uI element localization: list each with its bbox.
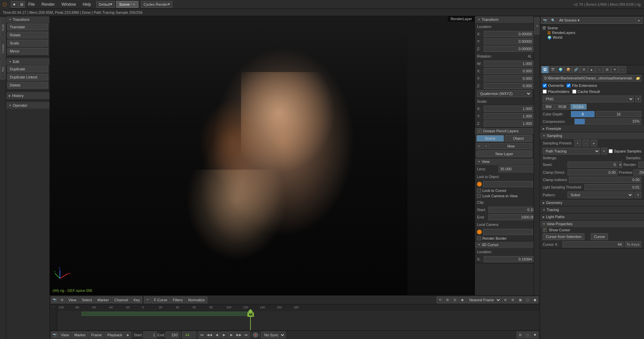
duplicate-btn[interactable]: Duplicate — [7, 66, 48, 72]
props-constraints-icon[interactable]: 🔗 — [572, 66, 580, 73]
tl-right-icon-2[interactable]: ◻ — [524, 332, 531, 338]
tl-icon-r9[interactable]: ◼ — [532, 297, 538, 303]
transform-header[interactable]: ▼ Transform — [6, 16, 49, 23]
gp-section-header[interactable]: Grease Pencil Layers — [475, 128, 534, 134]
tl-camera-icon[interactable]: 📷 — [51, 297, 58, 303]
rotate-btn[interactable]: Rotate — [7, 32, 48, 38]
sp-arrow-icon[interactable]: ▸ — [590, 140, 597, 146]
clamp-indirect-input[interactable] — [569, 177, 641, 183]
current-frame-display[interactable]: 44 — [182, 332, 196, 338]
seed-input[interactable] — [568, 162, 617, 168]
translate-btn[interactable]: Translate — [7, 24, 48, 30]
scene-tab[interactable]: Scene + ✕ — [116, 1, 138, 8]
sampling-header[interactable]: ▼ Sampling — [540, 132, 644, 139]
quaternion-select[interactable]: Quaternion (WXYZ) — [477, 90, 532, 97]
menu-help[interactable]: Help — [79, 1, 94, 7]
scale-x-input[interactable] — [484, 106, 534, 112]
pattern-select[interactable]: Sobol — [568, 192, 633, 198]
view-section-header[interactable]: ▼ View — [475, 158, 534, 165]
mirror-btn[interactable]: Mirror — [7, 48, 48, 55]
tab-tools[interactable]: Tools — [0, 18, 6, 38]
scale-btn[interactable]: Scale — [7, 40, 48, 46]
edit-header[interactable]: ▼ Edit — [6, 58, 49, 65]
rot-y-input[interactable] — [484, 75, 534, 81]
operator-header[interactable]: ▼ Operator — [6, 102, 49, 109]
playback-icon[interactable]: ▶ — [125, 332, 131, 338]
tl-bottom-playback[interactable]: Playback — [105, 332, 125, 338]
tl-right-icon-3[interactable]: ✱ — [532, 332, 538, 338]
view-props-header[interactable]: ▼ View Properties — [540, 221, 644, 227]
sp-remove-icon[interactable]: - — [582, 140, 589, 146]
tab-create[interactable]: Create — [0, 38, 6, 59]
gp-edit-icon[interactable]: ✏ — [476, 143, 482, 149]
loc-x-input[interactable] — [484, 31, 534, 37]
render-engine-select[interactable]: Cycles Render ▾ — [141, 1, 172, 8]
duplicate-linked-btn[interactable]: Duplicate Linked — [7, 74, 48, 80]
menu-window[interactable]: Window — [58, 1, 79, 7]
tl-prev-key[interactable]: ◀◀ — [206, 332, 213, 338]
tl-icon-r4[interactable]: ◉ — [459, 297, 466, 303]
clamp-direct-input[interactable] — [568, 169, 617, 175]
pt-dropdown[interactable]: ▾ — [601, 148, 607, 155]
tl-next-frame[interactable]: ▶ — [228, 332, 235, 338]
tl-bottom-frame[interactable]: Frame — [89, 332, 104, 338]
compression-bar[interactable]: 15% — [574, 118, 641, 125]
cursor-section-header[interactable]: ▼ 3D Cursor — [475, 241, 534, 248]
tl-prev-frame[interactable]: ◀ — [213, 332, 220, 338]
outliner-render-layers[interactable]: 🖼 RenderLayers — [541, 30, 643, 35]
tl-right-icon-1[interactable]: ⊞ — [517, 332, 523, 338]
cursor-from-selection-btn[interactable]: Cursor from Selection — [543, 233, 584, 240]
render-samples-input[interactable] — [638, 162, 644, 168]
tl-channel-btn[interactable]: Channel — [112, 297, 130, 303]
rgba-btn[interactable]: RGBA — [570, 104, 587, 110]
tl-next-key[interactable]: ▶▶ — [236, 332, 242, 338]
tl-view-btn[interactable]: View — [66, 297, 79, 303]
cursor-btn[interactable]: Cursor — [591, 233, 608, 240]
tl-key-btn[interactable]: Key — [131, 297, 142, 303]
geometry-section[interactable]: ▶ Geometry — [540, 199, 644, 206]
light-paths-section[interactable]: ▶ Light Paths — [540, 213, 644, 221]
tl-fcurve-icon[interactable]: 〜 — [144, 297, 151, 303]
rot-z-input[interactable] — [484, 83, 534, 89]
seed-random-btn[interactable]: ⊕ — [619, 161, 622, 168]
tl-play[interactable]: ▶ — [221, 332, 228, 338]
record-btn[interactable]: ● — [253, 332, 258, 338]
history-header[interactable]: ▶ History — [6, 92, 49, 99]
tl-icon-r2[interactable]: ⊞ — [444, 297, 451, 303]
overwrite-cb[interactable] — [543, 83, 547, 88]
rpt-item-1[interactable]: N — [534, 18, 540, 34]
gp-add-icon[interactable]: + — [483, 143, 489, 149]
loc-z-input[interactable] — [484, 46, 534, 52]
preview-samples-input[interactable] — [634, 169, 644, 175]
rgb-btn[interactable]: RGB — [555, 104, 570, 110]
props-scene-icon[interactable]: 🎬 — [549, 66, 556, 73]
sp-add-icon[interactable]: + — [574, 140, 581, 146]
tl-icon-r7[interactable]: ▣ — [517, 297, 523, 303]
tl-jump-end[interactable]: ⏭ — [243, 332, 250, 338]
show-cursor-cb[interactable] — [543, 228, 547, 232]
frp-filter-icon[interactable]: ▸ — [635, 17, 643, 24]
path-tracing-select[interactable]: Path Tracing — [543, 148, 600, 155]
lock-object-input[interactable] — [483, 181, 533, 187]
outliner-scene[interactable]: 🎬 Scene — [541, 26, 643, 30]
start-input[interactable] — [143, 332, 157, 338]
outliner-world[interactable]: 🌍 World — [541, 35, 643, 40]
tl-mode-icon[interactable]: ⊞ — [59, 297, 65, 303]
layout-btn-1[interactable]: ■ — [11, 1, 18, 8]
tl-bottom-view[interactable]: View — [59, 332, 71, 338]
freestyle-section[interactable]: ▶ Freestyle — [540, 125, 644, 132]
cursor-x-val-input[interactable] — [563, 241, 623, 247]
props-material-icon[interactable]: ○ — [596, 66, 603, 73]
local-camera-input[interactable] — [483, 229, 533, 235]
tl-filters-btn[interactable]: Filters — [170, 297, 185, 303]
gp-object-btn[interactable]: Object — [505, 135, 532, 142]
3d-viewport[interactable]: (44) rig - DEF-spine.006 X Y Z RenderLay… — [50, 16, 475, 295]
screen-layout-select[interactable]: Default ▾ — [96, 1, 115, 8]
scale-y-input[interactable] — [484, 113, 534, 119]
props-render-icon[interactable]: 🖼 — [541, 66, 549, 73]
tl-bottom-marker[interactable]: Marker — [72, 332, 88, 338]
frp-search-icon[interactable]: 🔍 — [549, 17, 557, 24]
props-data-icon[interactable]: ▲ — [588, 66, 595, 73]
menu-render[interactable]: Render — [38, 1, 58, 7]
placeholders-cb[interactable] — [543, 90, 547, 94]
